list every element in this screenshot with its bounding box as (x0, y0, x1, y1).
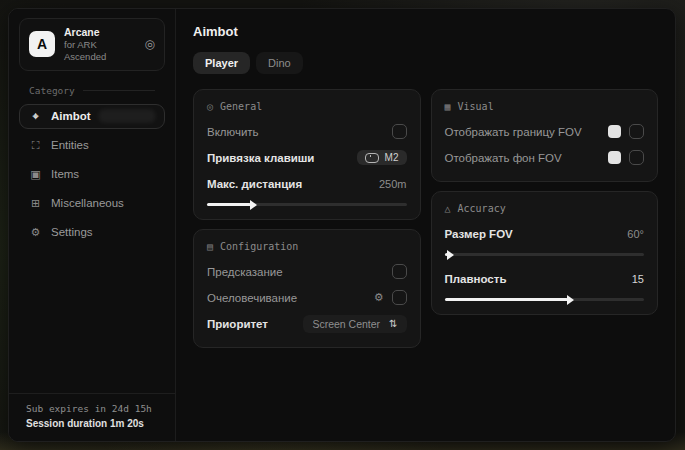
smoothness-row: Плавность 15 (445, 268, 645, 289)
sidebar-nav: Aimbot Entities Items Miscellaneous (9, 104, 175, 245)
desktop-background: A Arcane for ARK Ascended Category Aimbo… (0, 0, 685, 450)
fov-size-slider[interactable] (445, 253, 645, 256)
card-title: Configuration (220, 241, 298, 252)
humanization-checkbox[interactable] (392, 290, 407, 305)
fov-bg-row: Отображать фон FOV (445, 147, 645, 168)
enable-label: Включить (207, 126, 259, 138)
fov-border-label: Отображать границу FOV (445, 126, 582, 138)
priority-label: Приоритет (207, 318, 268, 330)
max-distance-label: Макс. дистанция (207, 178, 302, 190)
fov-bg-label: Отображать фон FOV (445, 152, 562, 164)
sidebar-item-entities[interactable]: Entities (19, 133, 165, 158)
humanization-settings-icon[interactable] (374, 291, 384, 304)
brand-card: A Arcane for ARK Ascended (19, 18, 165, 71)
target-icon[interactable] (145, 37, 155, 51)
keybind-value: M2 (385, 152, 399, 163)
humanization-label: Очеловечивание (207, 292, 297, 304)
sidebar-item-items[interactable]: Items (19, 162, 165, 187)
keybind-button[interactable]: M2 (357, 150, 407, 165)
category-row: Category (29, 85, 155, 96)
visual-icon (445, 101, 451, 112)
config-icon (207, 241, 213, 252)
prediction-checkbox[interactable] (392, 264, 407, 279)
blurred-watermark (98, 109, 156, 123)
page-title: Aimbot (193, 24, 658, 39)
sidebar-item-settings[interactable]: Settings (19, 220, 165, 245)
smoothness-value: 15 (632, 273, 644, 285)
slider-fill[interactable] (207, 203, 251, 206)
target-icon (207, 101, 213, 112)
fov-size-value: 60° (627, 228, 644, 240)
enable-checkbox[interactable] (392, 124, 407, 139)
priority-row: Приоритет Screen Center (207, 313, 407, 334)
box-icon (29, 168, 42, 181)
slider-fill[interactable] (445, 253, 449, 256)
divider (83, 90, 155, 91)
card-title: General (220, 101, 262, 112)
fov-border-color-swatch[interactable] (608, 125, 621, 138)
crosshair-icon (29, 110, 42, 123)
sidebar-item-label: Miscellaneous (51, 197, 124, 209)
accuracy-icon (445, 203, 451, 214)
sidebar-item-label: Items (51, 168, 79, 180)
fov-border-row: Отображать границу FOV (445, 121, 645, 142)
card-accuracy: Accuracy Размер FOV 60° Плавность 15 (431, 191, 659, 315)
max-distance-row: Макс. дистанция 250m (207, 173, 407, 194)
app-name: Arcane (64, 26, 136, 39)
select-updown-icon (389, 318, 397, 329)
slider-fill[interactable] (445, 298, 569, 301)
app-logo: A (29, 31, 55, 57)
sub-expires-text: Sub expires in 24d 15h (26, 402, 158, 416)
sidebar-item-label: Entities (51, 139, 89, 151)
app-subtitle: for ARK Ascended (64, 39, 136, 63)
main-content: Aimbot Player Dino General Включить (176, 9, 675, 441)
card-visual: Visual Отображать границу FOV Отображать… (431, 89, 659, 182)
card-title: Accuracy (458, 203, 506, 214)
gear-icon (29, 226, 42, 239)
category-label: Category (29, 85, 75, 96)
sidebar-item-miscellaneous[interactable]: Miscellaneous (19, 191, 165, 216)
max-distance-slider[interactable] (207, 203, 407, 206)
sidebar-item-aimbot[interactable]: Aimbot (19, 104, 165, 129)
fov-size-row: Размер FOV 60° (445, 223, 645, 244)
keybind-label: Привязка клавиши (207, 152, 314, 164)
enable-row: Включить (207, 121, 407, 142)
sidebar-top: A Arcane for ARK Ascended Category (9, 9, 175, 104)
keybind-row: Привязка клавиши M2 (207, 147, 407, 168)
scan-person-icon (29, 139, 42, 152)
card-accuracy-header: Accuracy (445, 203, 645, 214)
tab-dino[interactable]: Dino (256, 52, 303, 74)
card-title: Visual (458, 101, 494, 112)
mouse-icon (365, 153, 379, 163)
cards-grid: General Включить Привязка клавиши M2 (193, 89, 658, 348)
app-window: A Arcane for ARK Ascended Category Aimbo… (8, 8, 676, 442)
smoothness-slider[interactable] (445, 298, 645, 301)
fov-bg-color-swatch[interactable] (608, 151, 621, 164)
card-configuration-header: Configuration (207, 241, 407, 252)
fov-size-label: Размер FOV (445, 228, 513, 240)
priority-select[interactable]: Screen Center (303, 315, 406, 333)
session-duration-text: Session duration 1m 20s (26, 416, 158, 431)
card-configuration: Configuration Предсказание Очеловечивани… (193, 229, 421, 348)
card-general-header: General (207, 101, 407, 112)
sidebar: A Arcane for ARK Ascended Category Aimbo… (9, 9, 176, 441)
left-column: General Включить Привязка клавиши M2 (193, 89, 421, 348)
brand-text: Arcane for ARK Ascended (64, 26, 136, 63)
fov-border-checkbox[interactable] (629, 124, 644, 139)
sidebar-footer: Sub expires in 24d 15h Session duration … (9, 393, 175, 441)
prediction-row: Предсказание (207, 261, 407, 282)
grid-icon (29, 197, 42, 210)
tab-player[interactable]: Player (193, 52, 250, 74)
card-visual-header: Visual (445, 101, 645, 112)
sidebar-item-label: Settings (51, 226, 93, 238)
max-distance-value: 250m (379, 178, 407, 190)
card-general: General Включить Привязка клавиши M2 (193, 89, 421, 220)
prediction-label: Предсказание (207, 266, 283, 278)
tab-bar: Player Dino (193, 52, 658, 74)
right-column: Visual Отображать границу FOV Отображать… (431, 89, 659, 315)
fov-bg-checkbox[interactable] (629, 150, 644, 165)
smoothness-label: Плавность (445, 273, 507, 285)
sidebar-item-label: Aimbot (51, 110, 91, 122)
humanization-row: Очеловечивание (207, 287, 407, 308)
priority-value: Screen Center (312, 318, 380, 330)
